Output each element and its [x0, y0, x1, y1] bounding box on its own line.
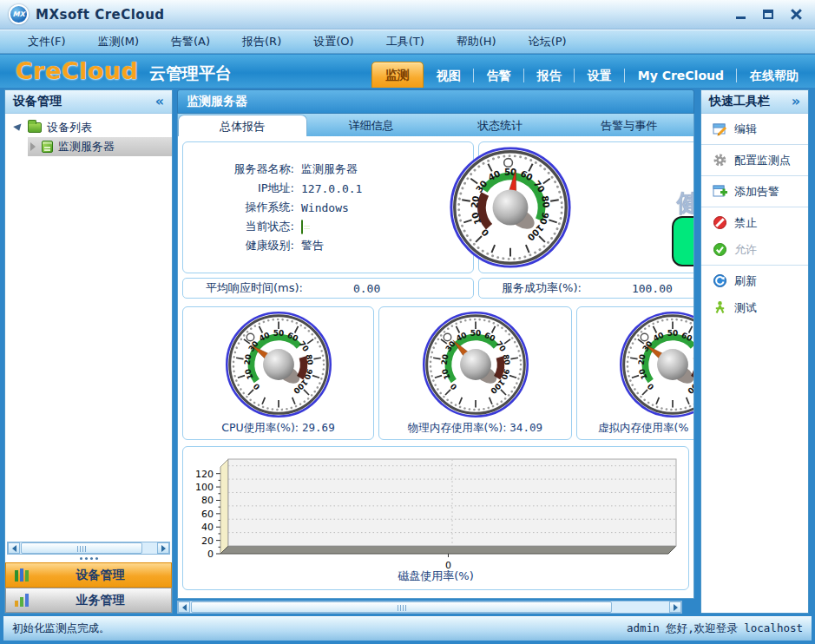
toolbar-item-configure-monitor[interactable]: 配置监测点 [701, 147, 808, 174]
scrollbar-thumb[interactable] [21, 542, 142, 554]
menu-settings[interactable]: 设置(O) [313, 34, 353, 49]
ip-label: IP地址: [183, 181, 294, 196]
tree-item-monitor-server[interactable]: 监测服务器 [28, 137, 172, 156]
toolbar-item-label: 刷新 [734, 273, 757, 289]
health-gauge-panel: 0102030405060708090100 健 [478, 141, 694, 273]
sidebar-tab-business-management[interactable]: 业务管理 [5, 588, 172, 613]
refresh-icon [713, 273, 727, 288]
block-icon [713, 215, 727, 230]
tab-status-statistics[interactable]: 状态统计 [436, 115, 565, 136]
disk-chart: 0204060801001200 [185, 452, 685, 574]
service-success-value: 100.00 [632, 282, 673, 295]
brand-logo: CreCloud [16, 57, 139, 84]
nav-views[interactable]: 视图 [424, 63, 474, 88]
login-info: admin 您好,欢迎登录 localhost [627, 621, 803, 636]
nav-settings[interactable]: 设置 [575, 63, 625, 88]
os-value: Windows [301, 201, 349, 214]
nav-mycrecloud[interactable]: My CreCloud [625, 63, 737, 88]
avg-response-stat: 平均响应时间(ms): 0.00 [182, 278, 474, 299]
health-gauge: 0102030405060708090100 [447, 144, 574, 271]
health-side-text: 健 [677, 187, 694, 219]
status-label: 当前状态: [183, 219, 294, 234]
maximize-button[interactable] [761, 8, 775, 22]
toolbar-item-label: 测试 [734, 300, 757, 316]
svg-text:40: 40 [201, 522, 214, 533]
virtual-memory-gauge: 0102030405060708090100 [617, 309, 694, 420]
toolbar-item-add-alert[interactable]: 添加告警 [701, 178, 808, 205]
toolbar-item-refresh[interactable]: 刷新 [701, 267, 808, 294]
add-alert-icon [713, 184, 727, 199]
quick-toolbar-header: 快速工具栏 » [701, 90, 808, 114]
nav-monitor[interactable]: 监测 [371, 62, 424, 88]
main-tab-row: 总体报告 详细信息 状态统计 告警与事件 [177, 114, 694, 136]
expand-panel-icon[interactable]: » [792, 95, 800, 108]
status-bar: 初始化监测点完成。 admin 您好,欢迎登录 localhost [3, 616, 812, 641]
menu-alert[interactable]: 告警(A) [171, 34, 210, 49]
tree-expanded-caret-icon[interactable] [13, 123, 23, 132]
menu-tools[interactable]: 工具(T) [386, 34, 424, 49]
toolbar-item-label: 禁止 [734, 215, 757, 231]
left-triangle-icon [182, 604, 187, 611]
svg-text:100: 100 [195, 482, 214, 493]
allow-check-icon [713, 242, 727, 257]
main-content: 服务器名称:监测服务器 IP地址:127.0.0.1 操作系统:Windows … [177, 136, 694, 599]
health-level-value: 警告 [301, 238, 324, 253]
scroll-left-arrow[interactable] [178, 601, 190, 613]
close-button[interactable] [789, 8, 803, 22]
tab-detail-info[interactable]: 详细信息 [307, 115, 437, 136]
cpu-gauge-panel: 0102030405060708090100 CPU使用率(%): 29.69 [182, 306, 374, 440]
menu-monitor[interactable]: 监测(M) [98, 34, 139, 49]
svg-text:0: 0 [207, 549, 214, 560]
toolbar-item-allow[interactable]: 允许 [701, 236, 808, 263]
tree-collapsed-caret-icon[interactable] [30, 142, 36, 151]
nav-reports[interactable]: 报告 [524, 63, 575, 88]
tree-item-device-list[interactable]: 设备列表 [5, 118, 172, 137]
tree-item-label: 监测服务器 [58, 139, 115, 154]
device-tree: 设备列表 监测服务器 [5, 118, 172, 156]
toolbar-item-test[interactable]: 测试 [701, 294, 808, 321]
menu-bar: 文件(F) 监测(M) 告警(A) 报告(R) 设置(O) 工具(T) 帮助(H… [0, 30, 815, 54]
edit-icon [713, 122, 727, 136]
tab-overall-report[interactable]: 总体报告 [178, 115, 307, 136]
nav-alerts[interactable]: 告警 [474, 63, 524, 88]
sidebar-tab-device-management[interactable]: 设备管理 [5, 562, 172, 588]
chart-x-axis-label: 磁盘使用率(%) [183, 568, 688, 584]
menu-help[interactable]: 帮助(H) [457, 34, 496, 49]
svg-text:20: 20 [242, 353, 253, 365]
brand-bar: CreCloud 云管理平台 监测 视图 告警 报告 设置 My CreClou… [0, 55, 815, 88]
collapse-panel-icon[interactable]: « [155, 95, 164, 108]
server-name-value: 监测服务器 [301, 161, 358, 177]
scroll-right-arrow[interactable] [157, 542, 169, 554]
health-status-box [672, 216, 694, 266]
brand-subtitle: 云管理平台 [149, 62, 232, 85]
os-label: 操作系统: [183, 200, 294, 215]
svg-text:20: 20 [439, 353, 450, 365]
cpu-gauge-label: CPU使用率(%): [221, 421, 299, 434]
quick-toolbar-panel: 快速工具栏 » 编辑 配置监测点 添加告警 [700, 89, 809, 614]
toolbar-item-edit[interactable]: 编辑 [701, 115, 808, 142]
menu-forum[interactable]: 论坛(P) [529, 34, 567, 49]
main-horizontal-scrollbar[interactable] [177, 601, 682, 614]
menu-file[interactable]: 文件(F) [28, 34, 66, 49]
device-panel-title: 设备管理 [13, 94, 62, 109]
scroll-left-arrow[interactable] [8, 542, 20, 554]
physical-memory-gauge-label: 物理内存使用率(%): [408, 421, 506, 434]
scroll-right-arrow[interactable] [669, 601, 681, 613]
sidebar-horizontal-scrollbar[interactable] [7, 542, 170, 555]
virtual-memory-gauge-panel: 0102030405060708090100 虚拟内存使用率(% [576, 306, 694, 440]
scrollbar-thumb[interactable] [191, 601, 612, 613]
svg-text:50: 50 [667, 329, 678, 338]
server-icon [42, 141, 53, 153]
device-management-panel: 设备管理 « 设备列表 监测服务器 设备管理 业务管理 [4, 89, 173, 614]
top-nav: 监测 视图 告警 报告 设置 My CreCloud 在线帮助 [371, 55, 812, 88]
menu-report[interactable]: 报告(R) [242, 34, 281, 49]
toolbar-item-disable[interactable]: 禁止 [701, 209, 808, 236]
splitter-grip[interactable] [5, 555, 172, 562]
nav-online-help[interactable]: 在线帮助 [737, 63, 812, 88]
toolbar-item-label: 允许 [734, 242, 757, 258]
physical-memory-gauge-panel: 0102030405060708090100 物理内存使用率(%): 34.09 [378, 306, 572, 440]
avg-response-value: 0.00 [353, 282, 380, 295]
health-level-label: 健康级别: [183, 238, 294, 253]
tab-alerts-events[interactable]: 告警与事件 [565, 115, 694, 136]
minimize-button[interactable] [733, 8, 747, 22]
